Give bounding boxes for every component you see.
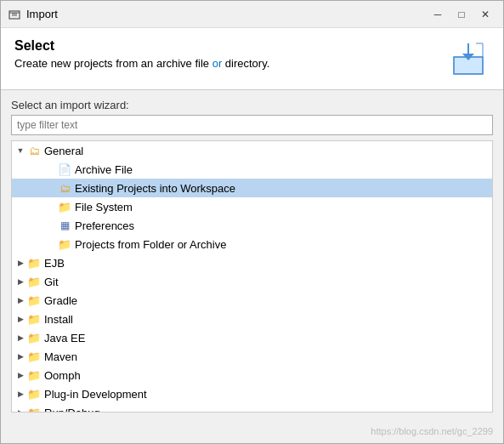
label-git: Git — [44, 276, 59, 288]
no-arrow-prefs — [46, 220, 56, 231]
expand-arrow-java-ee[interactable]: ▶ — [15, 333, 25, 343]
expand-arrow-general[interactable]: ▼ — [15, 145, 25, 156]
tree-item-ejb[interactable]: ▶ 📁 EJB — [12, 253, 492, 272]
expand-arrow-install[interactable]: ▶ — [15, 314, 25, 324]
bottom-bar: https://blog.csdn.net/gc_2299 — [1, 419, 503, 443]
expand-arrow-oomph[interactable]: ▶ — [15, 370, 25, 380]
label-ejb: EJB — [44, 257, 65, 270]
folder-icon-ejb: 📁 — [27, 256, 41, 270]
header-subtitle: Create new projects from an archive file… — [14, 57, 449, 70]
subtitle-or: or — [212, 57, 223, 70]
tree-item-existing-projects[interactable]: 🗂 Existing Projects into Workspace — [12, 179, 492, 197]
window-icon — [8, 8, 21, 21]
tree-item-projects-from-folder[interactable]: 📁 Projects from Folder or Archive — [12, 235, 492, 253]
header-content: Select Create new projects from an archi… — [14, 38, 449, 70]
tree-item-gradle[interactable]: ▶ 📁 Gradle — [12, 291, 492, 310]
label-projects-from-folder: Projects from Folder or Archive — [75, 238, 226, 251]
label-file-system: File System — [75, 201, 133, 213]
subtitle-start: Create new projects from an archive file — [14, 57, 212, 70]
label-gradle: Gradle — [44, 294, 77, 307]
import-window: Import ─ □ ✕ Select Create new projects … — [0, 0, 504, 444]
tree-item-install[interactable]: ▶ 📁 Install — [12, 310, 492, 328]
folder-icon-archive: 📄 — [58, 162, 71, 176]
label-plugin-dev: Plug-in Development — [44, 388, 147, 401]
tree-item-plugin-dev[interactable]: ▶ 📁 Plug-in Development — [12, 384, 492, 403]
label-archive-file: Archive File — [75, 163, 133, 176]
expand-arrow-maven[interactable]: ▶ — [15, 351, 25, 361]
title-bar: Import ─ □ ✕ — [1, 1, 503, 28]
header-section: Select Create new projects from an archi… — [1, 28, 503, 90]
no-arrow-existing — [46, 183, 56, 193]
watermark: https://blog.csdn.net/gc_2299 — [371, 426, 493, 436]
folder-icon-maven: 📁 — [27, 350, 41, 363]
label-general: General — [44, 145, 83, 157]
filter-section: Select an import wizard: — [1, 90, 503, 140]
expand-arrow-plugin-dev[interactable]: ▶ — [15, 389, 25, 399]
label-preferences: Preferences — [75, 219, 134, 232]
label-existing-projects: Existing Projects into Workspace — [75, 182, 235, 195]
tree-item-preferences[interactable]: ▦ Preferences — [12, 216, 492, 235]
label-install: Install — [44, 313, 73, 326]
close-button[interactable]: ✕ — [474, 6, 496, 23]
no-arrow-fs — [46, 202, 56, 212]
tree-item-file-system[interactable]: 📁 File System — [12, 197, 492, 216]
label-maven: Maven — [44, 350, 77, 363]
title-bar-controls: ─ □ ✕ — [427, 6, 496, 23]
filter-label: Select an import wizard: — [11, 99, 493, 111]
folder-icon-fs: 📁 — [58, 200, 71, 213]
expand-arrow-gradle[interactable]: ▶ — [15, 295, 25, 305]
folder-icon-run-debug: 📁 — [27, 406, 41, 413]
prefs-icon: ▦ — [58, 219, 71, 232]
subtitle-end: directory. — [222, 57, 269, 70]
tree-item-git[interactable]: ▶ 📁 Git — [12, 272, 492, 291]
title-bar-text: Import — [26, 8, 427, 20]
folder-icon-git: 📁 — [27, 275, 41, 288]
tree-container[interactable]: ▼ 🗂 General 📄 Archive File 🗂 Existing Pr… — [11, 140, 493, 413]
folder-icon-install: 📁 — [27, 312, 41, 326]
label-oomph: Oomph — [44, 369, 81, 382]
import-icon — [450, 42, 488, 76]
label-run-debug: Run/Debug — [44, 407, 100, 413]
folder-icon-general: 🗂 — [27, 144, 41, 157]
folder-icon-existing: 🗂 — [58, 181, 71, 195]
tree-item-java-ee[interactable]: ▶ 📁 Java EE — [12, 328, 492, 347]
folder-icon-gradle: 📁 — [27, 293, 41, 307]
header-title: Select — [14, 38, 449, 54]
tree-item-run-debug[interactable]: ▶ 📁 Run/Debug — [12, 403, 492, 413]
header-icon-area — [449, 38, 490, 79]
tree-item-maven[interactable]: ▶ 📁 Maven — [12, 347, 492, 366]
tree-item-archive-file[interactable]: 📄 Archive File — [12, 160, 492, 179]
folder-icon-java-ee: 📁 — [27, 331, 41, 344]
minimize-button[interactable]: ─ — [427, 6, 449, 23]
filter-input[interactable] — [11, 115, 493, 135]
folder-icon-oomph: 📁 — [27, 368, 41, 382]
folder-icon-pff: 📁 — [58, 237, 71, 251]
label-java-ee: Java EE — [44, 332, 85, 344]
maximize-button[interactable]: □ — [450, 6, 473, 23]
expand-arrow-run-debug[interactable]: ▶ — [15, 407, 25, 413]
folder-icon-plugin-dev: 📁 — [27, 387, 41, 401]
no-arrow-archive — [46, 164, 56, 174]
expand-arrow-ejb[interactable]: ▶ — [15, 258, 25, 268]
no-arrow-pff — [46, 239, 56, 249]
tree-item-general[interactable]: ▼ 🗂 General — [12, 141, 492, 160]
tree-item-oomph[interactable]: ▶ 📁 Oomph — [12, 366, 492, 384]
expand-arrow-git[interactable]: ▶ — [15, 276, 25, 287]
